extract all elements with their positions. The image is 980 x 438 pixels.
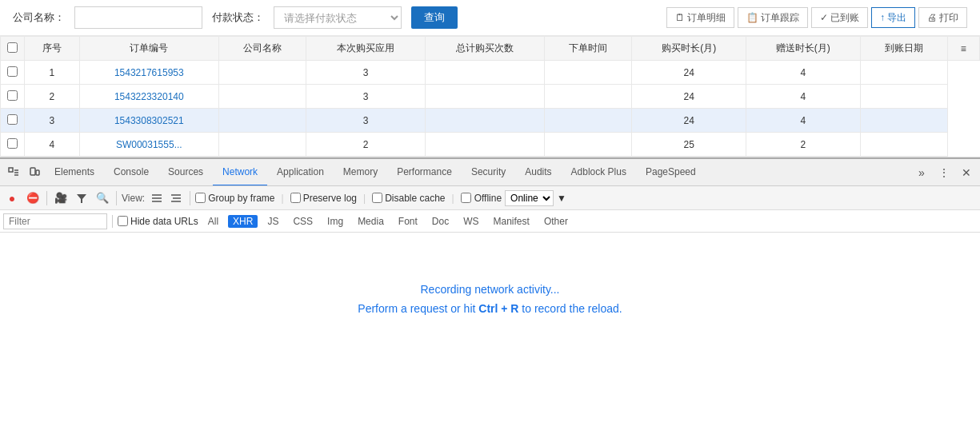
recording-text: Recording network activity... xyxy=(420,283,559,296)
filter-media-btn[interactable]: Media xyxy=(353,215,389,228)
row-2-total xyxy=(426,85,545,109)
row-3-total xyxy=(426,109,545,133)
query-button[interactable]: 查询 xyxy=(411,6,458,29)
reload-hint: Perform a request or hit Ctrl + R to rec… xyxy=(358,302,622,315)
devtools-menu-icon[interactable]: ⋮ xyxy=(934,162,954,183)
view-tree-icon[interactable] xyxy=(167,189,185,207)
row-1-check[interactable] xyxy=(1,61,25,85)
status-select[interactable]: 请选择付款状态 xyxy=(274,6,402,29)
tab-sources[interactable]: Sources xyxy=(158,159,213,186)
preserve-log-checkbox[interactable] xyxy=(290,193,301,203)
row-4-duration: 25 xyxy=(632,133,746,157)
offline-checkbox[interactable] xyxy=(461,193,471,203)
more-tabs-icon[interactable]: » xyxy=(911,162,932,183)
view-list-icon[interactable] xyxy=(148,189,166,207)
action-buttons: 🗒 订单明细 📋 订单跟踪 ✓ 已到账 ↑ 导出 🖨 打印 xyxy=(666,7,967,28)
network-toolbar: ● ⛔ 🎥 🔍 View: Group by frame | Preserve … xyxy=(0,186,980,210)
tab-memory[interactable]: Memory xyxy=(334,159,387,186)
network-empty-state: Recording network activity... Perform a … xyxy=(0,233,980,365)
search-bar: 公司名称： 付款状态： 请选择付款状态 查询 🗒 订单明细 📋 订单跟踪 ✓ 已… xyxy=(0,0,980,36)
row-4-total xyxy=(426,133,545,157)
row-2-check[interactable] xyxy=(1,85,25,109)
hide-data-urls-checkbox[interactable] xyxy=(118,216,128,226)
row-1-duration: 24 xyxy=(632,61,746,85)
hide-data-urls-label[interactable]: Hide data URLs xyxy=(118,216,198,227)
filter-manifest-btn[interactable]: Manifest xyxy=(489,215,534,228)
export-button[interactable]: ↑ 导出 xyxy=(871,7,915,28)
devtools-inspect-icon[interactable] xyxy=(3,162,24,183)
disable-cache-label[interactable]: Disable cache xyxy=(372,193,445,204)
tab-performance[interactable]: Performance xyxy=(387,159,462,186)
devtools-device-icon[interactable] xyxy=(24,162,45,183)
print-button[interactable]: 🖨 打印 xyxy=(918,7,967,28)
table-row: 2 1543223320140 3 24 4 xyxy=(1,85,980,109)
tab-elements[interactable]: Elements xyxy=(45,159,104,186)
camera-button[interactable]: 🎥 xyxy=(52,189,70,207)
row-4-time xyxy=(545,133,632,157)
row-3-order[interactable]: 1543308302521 xyxy=(79,109,218,133)
filter-toggle-button[interactable] xyxy=(73,189,90,207)
row-4-arrive xyxy=(860,133,947,157)
offline-area: Offline Online ▼ xyxy=(461,190,566,206)
tab-network[interactable]: Network xyxy=(213,159,267,186)
received-icon: ✓ xyxy=(820,12,828,23)
devtools-close-icon[interactable]: ✕ xyxy=(956,162,977,183)
filter-input[interactable] xyxy=(3,213,107,229)
orders-table: 序号 订单编号 公司名称 本次购买应用 总计购买次数 下单时间 购买时长(月) … xyxy=(0,36,980,157)
tab-application[interactable]: Application xyxy=(267,159,334,186)
header-more[interactable]: ≡ xyxy=(947,37,979,61)
throttle-select[interactable]: Online xyxy=(505,190,554,206)
filter-all-btn[interactable]: All xyxy=(203,215,223,228)
row-1-app: 3 xyxy=(306,61,425,85)
filter-img-btn[interactable]: Img xyxy=(322,215,348,228)
group-by-frame-label[interactable]: Group by frame xyxy=(195,193,274,204)
row-1-order[interactable]: 1543217615953 xyxy=(79,61,218,85)
header-company: 公司名称 xyxy=(218,37,306,61)
row-1-arrive xyxy=(860,61,947,85)
clear-button[interactable]: ⛔ xyxy=(24,189,42,207)
order-track-icon: 📋 xyxy=(746,12,758,23)
filter-other-btn[interactable]: Other xyxy=(539,215,573,228)
row-3-company xyxy=(218,109,306,133)
filter-xhr-btn[interactable]: XHR xyxy=(228,215,258,228)
tab-console[interactable]: Console xyxy=(104,159,158,186)
filter-css-btn[interactable]: CSS xyxy=(288,215,318,228)
row-3-duration: 24 xyxy=(632,109,746,133)
filter-bar: Hide data URLs All XHR JS CSS Img Media … xyxy=(0,210,980,233)
header-checkbox[interactable] xyxy=(1,37,25,61)
table-row: 3 1543308302521 3 24 4 xyxy=(1,109,980,133)
received-button[interactable]: ✓ 已到账 xyxy=(811,7,868,28)
devtools-tab-overflow: » ⋮ ✕ xyxy=(911,162,977,183)
row-4-check[interactable] xyxy=(1,133,25,157)
header-order-time: 下单时间 xyxy=(545,37,632,61)
order-track-button[interactable]: 📋 订单跟踪 xyxy=(738,7,808,28)
row-2-duration: 24 xyxy=(632,85,746,109)
preserve-log-label[interactable]: Preserve log xyxy=(290,193,357,204)
header-order-id: 订单编号 xyxy=(79,37,218,61)
tab-audits[interactable]: Audits xyxy=(515,159,561,186)
filter-js-btn[interactable]: JS xyxy=(262,215,283,228)
tab-security[interactable]: Security xyxy=(462,159,515,186)
row-1-gift: 4 xyxy=(746,61,861,85)
group-by-frame-checkbox[interactable] xyxy=(195,193,206,203)
disable-cache-checkbox[interactable] xyxy=(372,193,382,203)
filter-doc-btn[interactable]: Doc xyxy=(427,215,454,228)
select-all-checkbox[interactable] xyxy=(7,42,18,53)
row-2-order[interactable]: 1543223320140 xyxy=(79,85,218,109)
company-input[interactable] xyxy=(74,6,202,29)
order-detail-button[interactable]: 🗒 订单明细 xyxy=(666,7,734,28)
row-2-company xyxy=(218,85,306,109)
filter-font-btn[interactable]: Font xyxy=(394,215,422,228)
row-3-check[interactable] xyxy=(1,109,25,133)
tab-adblock[interactable]: Adblock Plus xyxy=(562,159,636,186)
header-gift: 赠送时长(月) xyxy=(746,37,861,61)
row-4-order[interactable]: SW00031555... xyxy=(79,133,218,157)
row-3-arrive xyxy=(860,109,947,133)
search-button[interactable]: 🔍 xyxy=(94,189,111,207)
tab-pagespeed[interactable]: PageSpeed xyxy=(636,159,706,186)
header-app: 本次购买应用 xyxy=(306,37,425,61)
svg-rect-5 xyxy=(36,170,39,175)
filter-ws-btn[interactable]: WS xyxy=(458,215,483,228)
divider-1 xyxy=(46,191,47,205)
record-button[interactable]: ● xyxy=(3,189,21,207)
